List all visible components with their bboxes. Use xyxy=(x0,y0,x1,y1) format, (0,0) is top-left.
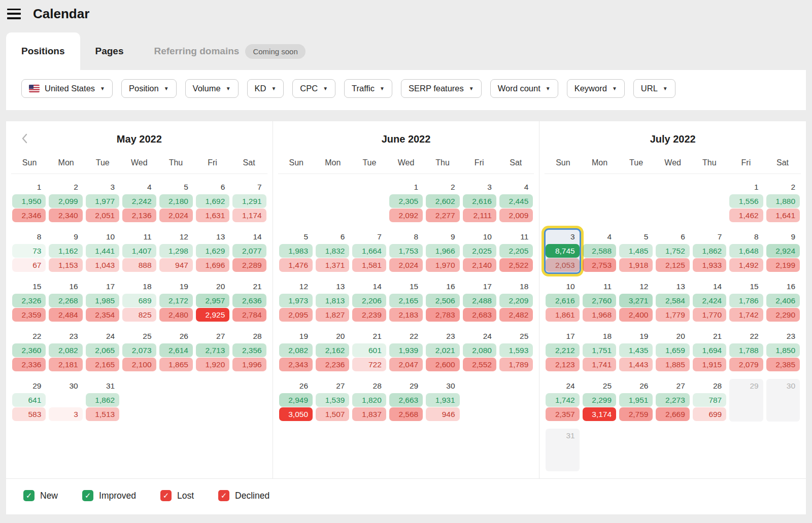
day-cell-25[interactable]: 252,2993,174 xyxy=(583,379,616,422)
day-cell-17[interactable]: 171,9852,354 xyxy=(86,280,119,322)
filter-position[interactable]: Position▼ xyxy=(121,79,177,98)
tab-positions[interactable]: Positions xyxy=(6,32,80,70)
day-cell-9[interactable]: 91,9661,970 xyxy=(426,230,459,272)
day-cell-18[interactable]: 182,2092,482 xyxy=(499,280,533,322)
day-cell-10[interactable]: 101,4411,043 xyxy=(86,230,119,272)
day-cell-6[interactable]: 61,7522,125 xyxy=(656,230,689,272)
day-cell-24[interactable]: 241,7422,357 xyxy=(546,379,579,422)
day-cell-13[interactable]: 132,5841,779 xyxy=(656,280,689,322)
day-cell-7[interactable]: 71,2911,174 xyxy=(232,180,266,223)
checkbox-new-checked[interactable]: ✓ xyxy=(23,490,35,501)
day-cell-22[interactable]: 221,7882,079 xyxy=(729,329,763,372)
day-cell-8[interactable]: 81,7532,024 xyxy=(389,230,423,272)
day-cell-6[interactable]: 61,6921,631 xyxy=(196,180,229,223)
filter-serp-features[interactable]: SERP features▼ xyxy=(401,79,482,98)
day-cell-9[interactable]: 92,9242,199 xyxy=(766,230,800,272)
day-cell-30[interactable]: 301,931946 xyxy=(426,379,459,422)
day-cell-27[interactable]: 272,2732,669 xyxy=(656,379,689,422)
day-cell-19[interactable]: 192,0822,343 xyxy=(279,329,313,372)
day-cell-1[interactable]: 12,3052,092 xyxy=(389,180,423,223)
day-cell-23[interactable]: 232,0822,181 xyxy=(49,329,82,372)
day-cell-21[interactable]: 211,6941,915 xyxy=(693,329,726,372)
day-cell-7[interactable]: 71,8621,933 xyxy=(693,230,726,272)
day-cell-2[interactable]: 21,8801,641 xyxy=(766,180,800,223)
day-cell-22[interactable]: 221,9392,047 xyxy=(389,329,423,372)
day-cell-17[interactable]: 172,2122,123 xyxy=(546,329,579,372)
day-cell-28[interactable]: 281,8201,837 xyxy=(352,379,386,422)
day-cell-16[interactable]: 162,5062,783 xyxy=(426,280,459,322)
day-cell-29[interactable]: 29641583 xyxy=(12,379,46,422)
day-cell-22[interactable]: 222,3602,336 xyxy=(12,329,46,372)
day-cell-10[interactable]: 102,0252,140 xyxy=(463,230,496,272)
day-cell-26[interactable]: 262,6141,865 xyxy=(159,329,193,372)
day-cell-20[interactable]: 202,9572,925 xyxy=(196,280,229,322)
day-cell-23[interactable]: 232,0212,600 xyxy=(426,329,459,372)
day-cell-23[interactable]: 231,8502,385 xyxy=(766,329,800,372)
day-cell-15[interactable]: 152,3262,359 xyxy=(12,280,46,322)
day-cell-18[interactable]: 18689825 xyxy=(122,280,156,322)
day-cell-3[interactable]: 38,7452,053 xyxy=(546,230,579,272)
checkbox-declined-checked[interactable]: ✓ xyxy=(218,490,229,501)
day-cell-12[interactable]: 121,298947 xyxy=(159,230,193,272)
filter-keyword[interactable]: Keyword▼ xyxy=(567,79,625,98)
day-cell-26[interactable]: 261,9512,759 xyxy=(619,379,653,422)
day-cell-1[interactable]: 11,9502,346 xyxy=(12,180,46,223)
day-cell-11[interactable]: 112,2052,522 xyxy=(499,230,533,272)
filter-united-states[interactable]: United States▼ xyxy=(21,79,113,98)
day-cell-5[interactable]: 51,4851,918 xyxy=(619,230,653,272)
day-cell-3[interactable]: 31,9772,051 xyxy=(86,180,119,223)
filter-cpc[interactable]: CPC▼ xyxy=(292,79,335,98)
day-cell-12[interactable]: 121,9732,095 xyxy=(279,280,313,322)
day-cell-19[interactable]: 192,1722,480 xyxy=(159,280,193,322)
day-cell-20[interactable]: 202,1622,236 xyxy=(316,329,349,372)
day-cell-31[interactable]: 311,8621,513 xyxy=(86,379,119,422)
filter-kd[interactable]: KD▼ xyxy=(247,79,284,98)
day-cell-25[interactable]: 252,0732,100 xyxy=(122,329,156,372)
day-cell-20[interactable]: 201,6591,885 xyxy=(656,329,689,372)
day-cell-28[interactable]: 282,3561,996 xyxy=(232,329,266,372)
filter-word-count[interactable]: Word count▼ xyxy=(490,79,558,98)
checkbox-lost-checked[interactable]: ✓ xyxy=(160,490,172,501)
day-cell-4[interactable]: 42,5882,753 xyxy=(583,230,616,272)
day-cell-4[interactable]: 42,2422,136 xyxy=(122,180,156,223)
day-cell-6[interactable]: 61,8321,371 xyxy=(316,230,349,272)
day-cell-26[interactable]: 262,9493,050 xyxy=(279,379,313,422)
day-cell-14[interactable]: 142,2062,239 xyxy=(352,280,386,322)
day-cell-8[interactable]: 81,6481,492 xyxy=(729,230,763,272)
day-cell-29[interactable]: 292,6632,568 xyxy=(389,379,423,422)
day-cell-1[interactable]: 11,5561,462 xyxy=(729,180,763,223)
day-cell-10[interactable]: 102,6161,861 xyxy=(546,280,579,322)
filter-volume[interactable]: Volume▼ xyxy=(185,79,239,98)
day-cell-27[interactable]: 272,7131,920 xyxy=(196,329,229,372)
day-cell-11[interactable]: 112,7601,968 xyxy=(583,280,616,322)
day-cell-30[interactable]: 303 xyxy=(49,379,82,422)
day-cell-2[interactable]: 22,0992,340 xyxy=(49,180,82,223)
day-cell-11[interactable]: 111,407888 xyxy=(122,230,156,272)
day-cell-24[interactable]: 242,0652,165 xyxy=(86,329,119,372)
day-cell-15[interactable]: 152,1652,183 xyxy=(389,280,423,322)
day-cell-8[interactable]: 87367 xyxy=(12,230,46,272)
checkbox-improved-checked[interactable]: ✓ xyxy=(82,490,93,501)
day-cell-13[interactable]: 131,6291,696 xyxy=(196,230,229,272)
day-cell-18[interactable]: 181,7511,741 xyxy=(583,329,616,372)
day-cell-27[interactable]: 271,5391,507 xyxy=(316,379,349,422)
filter-url[interactable]: URL▼ xyxy=(633,79,675,98)
day-cell-14[interactable]: 142,4241,770 xyxy=(693,280,726,322)
day-cell-17[interactable]: 172,4882,683 xyxy=(463,280,496,322)
day-cell-7[interactable]: 71,6641,581 xyxy=(352,230,386,272)
day-cell-3[interactable]: 32,6162,111 xyxy=(463,180,496,223)
day-cell-5[interactable]: 51,9831,476 xyxy=(279,230,313,272)
tab-pages[interactable]: Pages xyxy=(80,32,139,70)
day-cell-13[interactable]: 131,8131,827 xyxy=(316,280,349,322)
day-cell-12[interactable]: 123,2712,400 xyxy=(619,280,653,322)
hamburger-menu-icon[interactable] xyxy=(7,9,21,19)
day-cell-2[interactable]: 22,6022,277 xyxy=(426,180,459,223)
filter-traffic[interactable]: Traffic▼ xyxy=(344,79,392,98)
day-cell-19[interactable]: 191,4351,443 xyxy=(619,329,653,372)
prev-month-button[interactable] xyxy=(21,133,27,144)
day-cell-21[interactable]: 212,6362,784 xyxy=(232,280,266,322)
day-cell-25[interactable]: 251,5931,789 xyxy=(499,329,533,372)
day-cell-9[interactable]: 91,1621,153 xyxy=(49,230,82,272)
day-cell-14[interactable]: 142,0772,289 xyxy=(232,230,266,272)
day-cell-24[interactable]: 242,0802,552 xyxy=(463,329,496,372)
